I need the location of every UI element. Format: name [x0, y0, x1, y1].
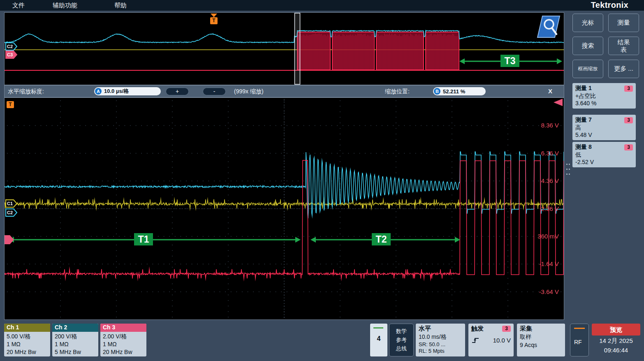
ref-label: 参考 — [396, 336, 407, 344]
channel-tag-c1[interactable]: C1 — [5, 199, 18, 208]
channel-tag-label: C2 — [7, 210, 13, 215]
sidebar-button-more[interactable]: 更多 ... — [608, 60, 639, 78]
rf-label: RF — [574, 339, 588, 345]
preview-zone: 预览 14 2月 2025 09:46:44 — [592, 324, 640, 360]
channel-bandwidth: 20 MHz Bw — [7, 348, 48, 356]
channel-badge-ch3[interactable]: Ch 3 2.00 V/格 1 MΩ 20 MHz Bw — [100, 324, 146, 356]
channel-bandwidth: 5 MHz Bw — [55, 348, 96, 356]
overview-waveform-canvas[interactable] — [5, 13, 564, 85]
trigger-level-arrow-icon[interactable] — [552, 98, 563, 106]
channel-badge-ch2[interactable]: Ch 2 200 V/格 1 MΩ 5 MHz Bw — [52, 324, 98, 356]
measurement-value: 5.48 V — [575, 131, 633, 139]
trigger-badge[interactable]: 触发 3 10.0 V — [468, 324, 514, 356]
measurement-card-1[interactable]: 测量 1 3 +占空比 3.640 % — [572, 83, 636, 109]
channel-tag-c2[interactable]: C2 — [5, 208, 18, 217]
t3-annotation: T3 — [500, 55, 519, 67]
channel-scale: 2.00 V/格 — [103, 333, 144, 340]
sidebar: 光标 测量 搜索 结果表 框画缩放 更多 ... 测量 1 3 +占空比 3.6… — [572, 14, 641, 167]
channel-impedance: 1 MΩ — [7, 340, 48, 348]
channel-badge-ch1[interactable]: Ch 1 5.00 V/格 1 MΩ 20 MHz Bw — [4, 324, 50, 356]
sidebar-button-search[interactable]: 搜索 — [572, 37, 603, 55]
scale-label-3: 4.36 V — [541, 177, 559, 184]
channel-scale: 200 V/格 — [55, 333, 96, 340]
menu-file[interactable]: 文件 — [12, 2, 25, 9]
channel-tag-label: C3 — [7, 52, 13, 57]
acquisition-count: 9 Acqs — [520, 342, 562, 348]
horizontal-title: 水平 — [419, 325, 462, 333]
scale-label-5: 360 mV — [537, 233, 559, 240]
zoom-scale-label: 水平缩放标度: — [8, 88, 44, 95]
knob-b-icon: B — [434, 88, 440, 95]
math-ref-bus-button[interactable]: 数学 参考 总线 — [389, 324, 414, 356]
measurement-title: 测量 7 — [575, 116, 592, 124]
horizontal-badge[interactable]: 水平 10.0 ms/格 SR: 50.0 ... RL: 5 Mpts — [416, 324, 465, 356]
trigger-source-badge: 3 — [502, 326, 511, 332]
t2-annotation: T2 — [372, 233, 391, 245]
acquisition-badge[interactable]: 采集 取样 9 Acqs — [517, 324, 565, 356]
zoom-position-value: 52.211 % — [443, 88, 465, 95]
date-label: 14 2月 2025 — [592, 337, 640, 345]
measurement-name: +占空比 — [575, 92, 633, 100]
bus-label: 总线 — [396, 345, 407, 352]
menu-help[interactable]: 帮助 — [114, 2, 127, 9]
wave4-badge[interactable]: 4 — [370, 324, 387, 356]
channel-tag-c3-overview[interactable]: C3 — [5, 51, 18, 59]
wave4-color-line-icon — [373, 327, 383, 329]
t1-annotation: T1 — [134, 233, 153, 245]
sidebar-button-box-zoom[interactable]: 框画缩放 — [572, 60, 603, 78]
measurement-name: 高 — [575, 124, 633, 131]
source-badge: 3 — [624, 144, 633, 150]
source-badge: 3 — [624, 117, 633, 123]
channel-tag-label: C2 — [7, 44, 13, 49]
scale-label-1: 8.36 V — [541, 122, 559, 129]
scale-label-2: 6.36 V — [541, 150, 559, 157]
measurement-card-7[interactable]: 测量 7 3 高 5.48 V — [572, 115, 636, 140]
main-waveform-canvas[interactable] — [5, 98, 564, 319]
overview-panel: T C2 C3 T3 — [4, 12, 564, 85]
horizontal-record-length: RL: 5 Mpts — [419, 348, 462, 354]
zoom-in-button[interactable]: + — [166, 88, 189, 95]
horizontal-scale: 10.0 ms/格 — [419, 333, 462, 341]
channel-impedance: 1 MΩ — [103, 340, 144, 348]
measurement-name: 低 — [575, 151, 633, 158]
sidebar-button-results-table[interactable]: 结果表 — [608, 37, 639, 55]
measurement-title: 测量 1 — [575, 85, 592, 92]
c3-position-marker-icon[interactable] — [5, 235, 14, 244]
scale-label-7: -3.64 V — [539, 288, 559, 295]
trigger-marker-icon[interactable]: T — [210, 14, 218, 24]
acquisition-title: 采集 — [520, 325, 562, 333]
zoom-scale-knob[interactable]: A 10.0 µs/格 — [94, 87, 161, 95]
tektronix-logo: Tektronix — [591, 0, 628, 10]
rf-badge[interactable]: RF — [570, 324, 589, 356]
math-label: 数学 — [396, 328, 407, 335]
zoom-close-button[interactable]: X — [548, 88, 552, 95]
channel-title: Ch 2 — [52, 324, 98, 332]
sidebar-button-measure[interactable]: 测量 — [608, 14, 639, 32]
time-label: 09:46:44 — [592, 347, 640, 354]
zoom-factor-label: (999x 缩放) — [234, 88, 264, 95]
channel-scale: 5.00 V/格 — [7, 333, 48, 340]
acquisition-mode: 取样 — [520, 333, 562, 341]
menu-utilities[interactable]: 辅助功能 — [53, 2, 77, 9]
knob-a-icon: A — [95, 88, 102, 95]
channel-title: Ch 1 — [4, 324, 50, 332]
magnifier-icon[interactable] — [537, 15, 561, 38]
channel-tag-c2-overview[interactable]: C2 — [5, 42, 18, 51]
channel-bandwidth: 20 MHz Bw — [103, 348, 144, 356]
horizontal-sample-rate: SR: 50.0 ... — [419, 341, 462, 347]
source-badge: 3 — [624, 86, 633, 92]
zoom-position-label: 缩放位置: — [385, 88, 410, 95]
drag-handle-icon[interactable] — [566, 164, 570, 177]
results-table-label: 结果表 — [616, 39, 631, 53]
zoom-scale-value: 10.0 µs/格 — [104, 88, 129, 95]
main-waveform-panel: T C1 C2 8.36 V 6.36 V 4.36 V 2.36 V 360 … — [4, 97, 564, 320]
zoom-position-knob[interactable]: B 52.211 % — [433, 87, 486, 95]
preview-button[interactable]: 预览 — [592, 324, 640, 336]
zoom-out-button[interactable]: - — [203, 88, 226, 95]
measurement-value: 3.640 % — [575, 100, 633, 107]
rising-edge-icon — [471, 337, 480, 344]
channel-title: Ch 3 — [100, 324, 146, 332]
sidebar-button-cursors[interactable]: 光标 — [572, 14, 603, 32]
measurement-card-8[interactable]: 测量 8 3 低 -2.52 V — [572, 142, 636, 167]
trigger-flag-icon[interactable]: T — [7, 101, 14, 108]
